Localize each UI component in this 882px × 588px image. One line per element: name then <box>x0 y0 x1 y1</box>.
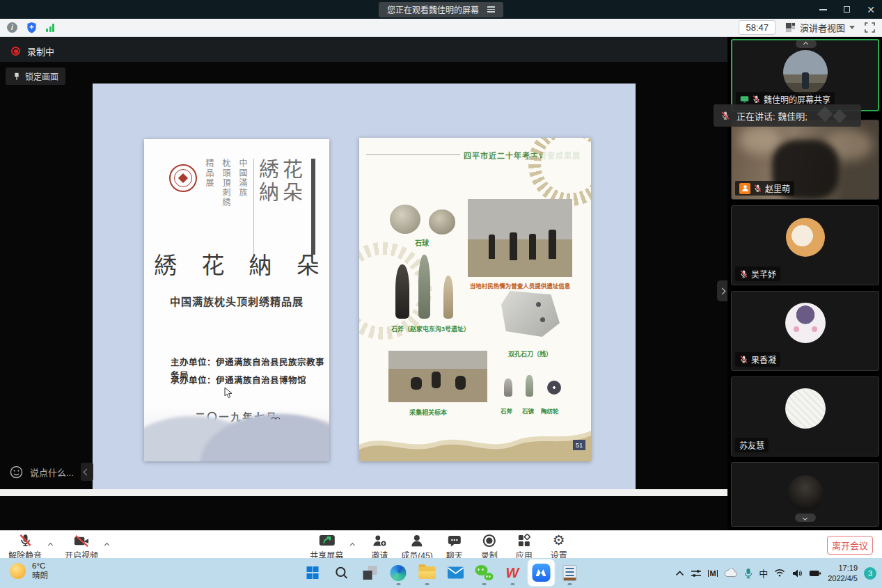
members-button[interactable]: 成员(45) <box>398 533 435 561</box>
slide-title: 綉 花 納 朵 <box>144 247 329 280</box>
speaking-indicator: 正在讲话: 魏佳明; <box>714 104 861 127</box>
participant-tile-speaker[interactable]: 魏佳明的屏幕共享 <box>731 39 879 111</box>
banner-menu-icon[interactable] <box>487 6 495 13</box>
file-explorer-button[interactable] <box>414 559 440 586</box>
clock-time: 17:19 <box>828 563 858 573</box>
sidebar-collapse-handle[interactable] <box>717 280 727 301</box>
emoji-icon[interactable] <box>10 466 23 479</box>
close-button[interactable]: ✕ <box>867 5 875 15</box>
share-screen-button[interactable]: 共享屏幕 <box>307 533 346 561</box>
scroll-down-button[interactable] <box>795 514 816 522</box>
stage-top-band <box>0 37 727 62</box>
participant-name-pill: 苏友慧 <box>735 438 769 452</box>
vertical-col-series: 中國滿族 <box>237 159 249 198</box>
mic-muted-icon <box>18 533 33 548</box>
wifi-icon[interactable] <box>774 569 785 578</box>
mixer-icon[interactable] <box>691 569 702 578</box>
stone-axe-photo <box>443 276 453 319</box>
scroll-up-button[interactable] <box>796 40 817 48</box>
chat-button[interactable]: 聊天 <box>439 533 471 561</box>
participant-tile[interactable] <box>731 462 879 527</box>
taskbar-clock[interactable]: 17:19 2022/4/5 <box>828 563 858 583</box>
invite-button[interactable]: 邀请 <box>363 533 395 561</box>
viewing-banner[interactable]: 您正在观看魏佳明的屏幕 <box>379 2 503 17</box>
small-adze-photo <box>526 375 533 397</box>
meeting-controlbar: 解除静音 开启视频 <box>0 530 882 558</box>
participant-tile[interactable]: 吴芊妤 <box>731 205 879 285</box>
villagers-label: 当地村民热情为普查人员提供遗址信息 <box>462 281 578 289</box>
notepad-button[interactable] <box>556 559 583 586</box>
participant-tile[interactable]: 果香凝 <box>731 291 879 371</box>
fullscreen-icon[interactable] <box>865 22 875 33</box>
screen-share-icon <box>740 95 749 103</box>
taskbar-tray: M 中 17:19 2022/4/5 <box>675 558 876 588</box>
collecting-photo <box>388 351 487 402</box>
shared-screen-bottom-strip <box>0 489 727 496</box>
task-view-button[interactable] <box>356 559 383 586</box>
battery-icon[interactable] <box>809 570 821 577</box>
pin-icon <box>13 72 21 81</box>
edge-icon <box>391 565 407 581</box>
edge-button[interactable] <box>385 559 411 586</box>
mic-tray-icon[interactable] <box>744 568 753 579</box>
participant-tile[interactable]: 苏友慧 <box>731 376 879 456</box>
participant-name: 果香凝 <box>751 353 776 365</box>
wps-icon: W <box>506 565 519 580</box>
security-shield-icon[interactable] <box>26 22 37 33</box>
participant-name: 赵里萌 <box>765 182 790 194</box>
meeting-info-icon[interactable]: i <box>7 22 17 33</box>
notification-badge[interactable]: 3 <box>864 567 876 580</box>
windows-taskbar: 6°C 晴朗 <box>0 558 882 588</box>
small-adze-label: 石锛 <box>522 406 534 415</box>
cloud-icon[interactable] <box>724 569 738 578</box>
stone-knife-photo <box>501 291 560 337</box>
stone-knife-label: 双孔石刀（残） <box>508 349 552 358</box>
slide-page-right: 四平市近二十年考古普查成果展 石球 当地村民热情为普查人员提供遗址信息 石斧（赵… <box>359 138 591 461</box>
wechat-button[interactable] <box>471 559 497 586</box>
unmute-button[interactable]: 解除静音 <box>6 533 45 561</box>
mic-muted-icon <box>739 269 748 278</box>
ime-indicator[interactable]: 中 <box>759 566 768 580</box>
maximize-button[interactable] <box>844 6 850 13</box>
settings-button[interactable]: ⚙ 设置 <box>543 533 575 561</box>
start-button[interactable] <box>299 559 326 586</box>
app-window: 您正在观看魏佳明的屏幕 ✕ i 58:47 <box>0 0 882 588</box>
members-icon <box>410 534 424 548</box>
meeting-app-button[interactable] <box>528 559 554 586</box>
network-quality-icon[interactable] <box>46 24 54 32</box>
window-titlebar: 您正在观看魏佳明的屏幕 ✕ <box>0 0 882 19</box>
record-button[interactable]: 录制 <box>473 533 505 561</box>
wps-button[interactable]: W <box>499 559 526 586</box>
window-controls: ✕ <box>819 0 875 19</box>
taskbar-weather-widget[interactable]: 6°C 晴朗 <box>10 561 48 581</box>
stone-axe-label: 石斧（赵家屯东沟3号遗址） <box>391 324 470 333</box>
start-video-button[interactable]: 开启视频 <box>62 533 101 561</box>
view-mode-caret-icon <box>849 26 855 29</box>
view-mode-select[interactable]: 演讲者视图 <box>785 21 855 34</box>
viewing-banner-text: 您正在观看魏佳明的屏幕 <box>387 3 479 15</box>
search-icon <box>334 566 348 580</box>
vertical-main-title: 綉花 納朵 <box>259 159 306 205</box>
im-tray-icon[interactable]: M <box>708 569 718 578</box>
tray-expand-icon[interactable] <box>675 571 684 576</box>
quick-chat-input[interactable]: 说点什么... <box>10 463 93 481</box>
wave-ornament <box>359 428 591 461</box>
recording-indicator: 录制中 <box>11 45 54 58</box>
participant-tile[interactable]: 赵里萌 <box>731 120 879 200</box>
sun-icon <box>10 563 26 579</box>
task-view-icon <box>363 566 377 580</box>
apps-button[interactable]: 应用 <box>508 533 540 561</box>
mail-button[interactable] <box>442 559 468 586</box>
chat-collapse-button[interactable] <box>81 463 93 481</box>
slide-subtitle: 中国满族枕头顶刺绣精品展 <box>144 294 329 308</box>
search-button[interactable] <box>328 559 354 586</box>
audio-options-caret[interactable] <box>47 533 54 557</box>
recording-label: 录制中 <box>27 45 54 58</box>
volume-icon[interactable] <box>792 569 803 578</box>
minimize-button[interactable] <box>819 9 827 10</box>
leave-meeting-button[interactable]: 离开会议 <box>827 536 873 555</box>
lock-view-button[interactable]: 锁定画面 <box>6 67 65 85</box>
video-options-caret[interactable] <box>104 533 110 557</box>
share-options-caret[interactable] <box>349 533 355 557</box>
weather-desc: 晴朗 <box>32 571 48 580</box>
